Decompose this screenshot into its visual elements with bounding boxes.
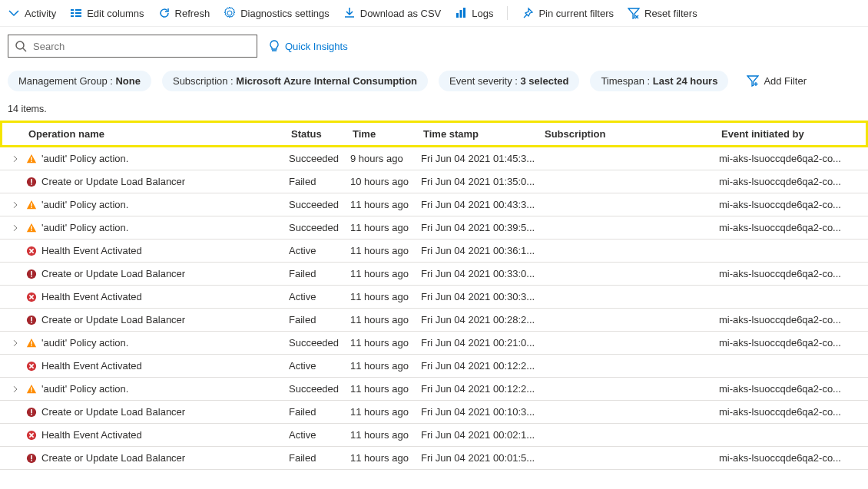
expand-toggle[interactable]: [5, 339, 26, 347]
col-timestamp[interactable]: Time stamp: [423, 128, 545, 140]
cell-status: Failed: [289, 452, 350, 464]
table-row[interactable]: Health Event ActivatedActive11 hours ago…: [0, 286, 868, 309]
add-filter-button[interactable]: Add Filter: [739, 70, 814, 91]
quick-insights-button[interactable]: Quick Insights: [268, 40, 348, 52]
filterbar: Quick Insights: [0, 27, 868, 65]
cell-operation-name: 'audit' Policy action.: [26, 337, 289, 349]
operation-name-text: Create or Update Load Balancer: [41, 314, 185, 325]
table-row[interactable]: Create or Update Load BalancerFailed11 h…: [0, 401, 868, 424]
col-subscription[interactable]: Subscription: [545, 128, 721, 140]
cell-timestamp: Fri Jun 04 2021 01:35:0...: [421, 176, 542, 187]
pill-sub-value: Microsoft Azure Internal Consumption: [236, 75, 417, 87]
col-time[interactable]: Time: [353, 128, 423, 140]
cell-timestamp: Fri Jun 04 2021 00:12:2...: [421, 383, 542, 395]
error-icon: [26, 361, 37, 372]
cell-status: Failed: [289, 314, 350, 325]
search-input[interactable]: [33, 41, 250, 52]
pill-event-severity[interactable]: Event severity : 3 selected: [439, 71, 579, 91]
cell-event-initiated-by: mi-aks-lsuoccqde6qa2-co...: [719, 222, 863, 233]
col-event-initiated-by[interactable]: Event initiated by: [721, 128, 861, 140]
cell-operation-name: Health Event Activated: [26, 245, 289, 256]
pin-label: Pin current filters: [538, 8, 614, 19]
cell-operation-name: 'audit' Policy action.: [26, 383, 289, 395]
expand-toggle[interactable]: [5, 201, 26, 209]
pill-ts-value: Last 24 hours: [653, 75, 718, 87]
table-row[interactable]: Create or Update Load BalancerFailed11 h…: [0, 309, 868, 332]
expand-toggle[interactable]: [5, 385, 26, 393]
operation-name-text: Health Event Activated: [41, 245, 142, 256]
download-csv-button[interactable]: Download as CSV: [343, 7, 442, 19]
operation-name-text: Create or Update Load Balancer: [41, 176, 185, 187]
pill-ts-label: Timespan :: [601, 75, 652, 87]
warning-icon: [26, 223, 37, 233]
cell-status: Succeeded: [289, 199, 350, 210]
edit-columns-button[interactable]: Edit columns: [70, 7, 144, 19]
cell-timestamp: Fri Jun 04 2021 01:45:3...: [421, 153, 542, 164]
expand-toggle[interactable]: [5, 224, 26, 232]
cell-event-initiated-by: mi-aks-lsuoccqde6qa2-co...: [719, 452, 863, 464]
pill-subscription[interactable]: Subscription : Microsoft Azure Internal …: [162, 71, 428, 91]
reset-filters-button[interactable]: Reset filters: [628, 7, 697, 19]
table-row[interactable]: Health Event ActivatedActive11 hours ago…: [0, 424, 868, 447]
search-icon: [15, 40, 27, 52]
pin-filters-button[interactable]: Pin current filters: [522, 7, 614, 19]
expand-toggle[interactable]: [5, 155, 26, 163]
error-icon: [26, 292, 37, 302]
diagnostics-button[interactable]: Diagnostics settings: [224, 7, 330, 19]
cell-timestamp: Fri Jun 04 2021 00:02:1...: [421, 429, 542, 441]
activity-label: Activity: [25, 8, 56, 19]
cell-status: Active: [289, 360, 350, 372]
columns-icon: [70, 7, 82, 19]
table-row[interactable]: Health Event ActivatedActive11 hours ago…: [0, 355, 868, 378]
error-icon: [26, 430, 37, 441]
pill-timespan[interactable]: Timespan : Last 24 hours: [590, 71, 728, 91]
funnel-reset-icon: [628, 7, 640, 19]
cell-operation-name: Create or Update Load Balancer: [26, 406, 289, 418]
reset-label: Reset filters: [644, 8, 697, 19]
table-row[interactable]: 'audit' Policy action.Succeeded11 hours …: [0, 378, 868, 401]
cell-time: 11 hours ago: [350, 291, 421, 302]
col-operation-name[interactable]: Operation name: [28, 128, 291, 140]
cell-operation-name: Health Event Activated: [26, 291, 289, 302]
cell-timestamp: Fri Jun 04 2021 00:33:0...: [421, 268, 542, 279]
cell-operation-name: Create or Update Load Balancer: [26, 314, 289, 325]
cell-operation-name: Create or Update Load Balancer: [26, 452, 289, 464]
table-row[interactable]: 'audit' Policy action.Succeeded11 hours …: [0, 332, 868, 355]
cell-event-initiated-by: mi-aks-lsuoccqde6qa2-co...: [719, 268, 863, 279]
cell-timestamp: Fri Jun 04 2021 00:39:5...: [421, 222, 542, 233]
table-row[interactable]: Create or Update Load BalancerFailed11 h…: [0, 447, 868, 470]
cell-timestamp: Fri Jun 04 2021 00:43:3...: [421, 199, 542, 210]
cell-time: 11 hours ago: [350, 314, 421, 325]
cell-timestamp: Fri Jun 04 2021 00:01:5...: [421, 452, 542, 464]
edit-columns-label: Edit columns: [87, 8, 144, 19]
table-row[interactable]: 'audit' Policy action.Succeeded9 hours a…: [0, 147, 868, 170]
table-row[interactable]: Create or Update Load BalancerFailed10 h…: [0, 170, 868, 193]
warning-icon: [26, 338, 37, 349]
bulb-icon: [268, 40, 280, 52]
cell-time: 11 hours ago: [350, 222, 421, 233]
table-row[interactable]: Create or Update Load BalancerFailed11 h…: [0, 263, 868, 286]
cell-event-initiated-by: mi-aks-lsuoccqde6qa2-co...: [719, 153, 863, 164]
warning-icon: [26, 154, 37, 164]
table-row[interactable]: 'audit' Policy action.Succeeded11 hours …: [0, 193, 868, 216]
cell-time: 11 hours ago: [350, 268, 421, 279]
error-icon: [26, 177, 37, 187]
activity-dropdown[interactable]: Activity: [8, 7, 56, 19]
cell-time: 9 hours ago: [350, 153, 421, 164]
col-status[interactable]: Status: [291, 128, 353, 140]
refresh-button[interactable]: Refresh: [158, 7, 210, 19]
pill-management-group[interactable]: Management Group : None: [8, 71, 151, 91]
download-label: Download as CSV: [360, 8, 442, 19]
table-header: Operation name Status Time Time stamp Su…: [0, 121, 868, 147]
cell-time: 11 hours ago: [350, 383, 421, 395]
quick-insights-label: Quick Insights: [285, 41, 348, 52]
search-box[interactable]: [8, 35, 257, 58]
error-icon: [26, 269, 37, 279]
operation-name-text: Health Event Activated: [41, 291, 142, 302]
table-row[interactable]: 'audit' Policy action.Succeeded11 hours …: [0, 216, 868, 240]
cell-operation-name: Health Event Activated: [26, 429, 289, 441]
cell-operation-name: 'audit' Policy action.: [26, 153, 289, 164]
logs-button[interactable]: Logs: [455, 7, 493, 19]
cell-operation-name: 'audit' Policy action.: [26, 222, 289, 233]
table-row[interactable]: Health Event ActivatedActive11 hours ago…: [0, 240, 868, 263]
